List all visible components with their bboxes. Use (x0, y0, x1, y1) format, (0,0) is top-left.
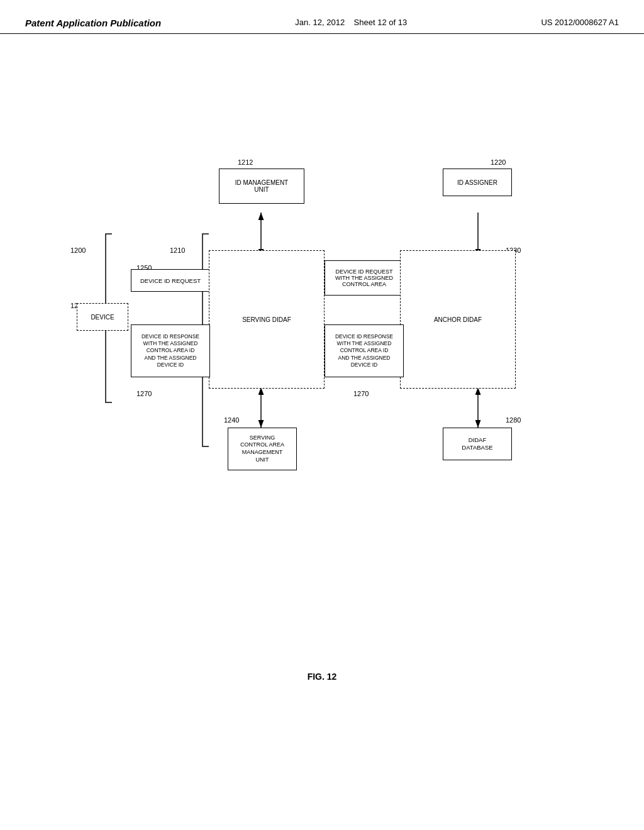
id-assigner-box: ID ASSIGNER (443, 169, 512, 196)
device-id-request-left-box: DEVICE ID REQUEST (131, 269, 210, 292)
id-management-unit-box: ID MANAGEMENT UNIT (219, 169, 304, 204)
diagram-area: 1200 1210 1212 1220 1230 1240 1250 1260 … (38, 126, 604, 566)
didaf-database-box: DIDAF DATABASE (443, 428, 512, 460)
publication-label: Patent Application Publication (25, 18, 161, 28)
anchor-didaf-region: ANCHOR DIDAF (400, 250, 516, 389)
label-1220: 1220 (491, 158, 506, 166)
serving-didaf-region: SERVING DIDAF (209, 250, 325, 389)
device-box: DEVICE (77, 303, 128, 331)
header-date: Jan. 12, 2012 (295, 18, 345, 27)
device-id-response-right-box: DEVICE ID RESPONSE WITH THE ASSIGNED CON… (325, 324, 404, 377)
label-1270b: 1270 (353, 390, 369, 397)
label-1280: 1280 (506, 416, 521, 424)
device-id-response-left-box: DEVICE ID RESPONSE WITH THE ASSIGNED CON… (131, 324, 210, 377)
label-1210: 1210 (170, 246, 185, 254)
serving-control-box: SERVING CONTROL AREA MANAGEMENT UNIT (228, 428, 297, 470)
fig-caption: FIG. 12 (0, 672, 644, 682)
device-id-request-right-box: DEVICE ID REQUEST WITH THE ASSIGNED CONT… (325, 260, 404, 296)
page-header: Patent Application Publication Jan. 12, … (0, 0, 644, 34)
label-1212: 1212 (238, 158, 253, 166)
label-1240: 1240 (224, 416, 239, 424)
header-sheet: Sheet 12 of 13 (354, 18, 408, 27)
header-right: US 2012/0008627 A1 (541, 18, 619, 27)
label-1200: 1200 (70, 246, 86, 254)
header-center: Jan. 12, 2012 Sheet 12 of 13 (295, 18, 407, 27)
label-1270a: 1270 (136, 390, 152, 397)
